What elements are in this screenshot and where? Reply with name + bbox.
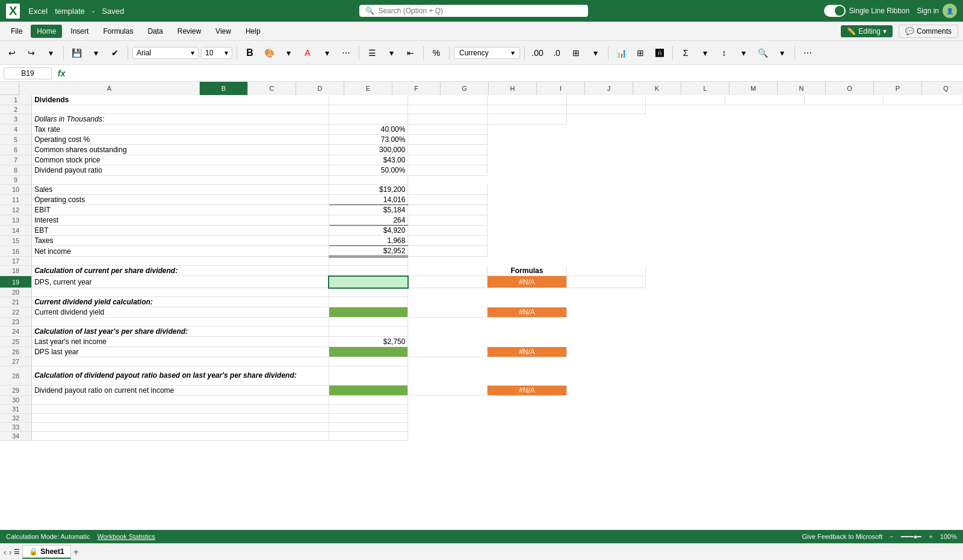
col-header-o[interactable]: O bbox=[826, 82, 874, 95]
undo-button[interactable]: ↩ bbox=[4, 45, 20, 61]
cell-b11[interactable]: 14,016 bbox=[329, 195, 408, 205]
sum-button[interactable]: Σ bbox=[677, 45, 694, 61]
col-header-p[interactable]: P bbox=[874, 82, 922, 95]
col-header-b[interactable]: B bbox=[200, 82, 248, 95]
cell-e1[interactable] bbox=[566, 95, 646, 105]
cell-c22[interactable] bbox=[408, 307, 488, 318]
sum-chevron-button[interactable]: ▾ bbox=[696, 45, 713, 61]
cell-c15[interactable] bbox=[408, 236, 488, 246]
number-chevron-button[interactable]: ▾ bbox=[587, 45, 604, 61]
search-input[interactable] bbox=[378, 7, 582, 15]
cell-b5[interactable]: 73.00% bbox=[329, 135, 408, 145]
cell-b15[interactable]: 1,968 bbox=[329, 236, 408, 246]
cell-b33[interactable] bbox=[329, 423, 408, 432]
more-format-button[interactable]: ⋯ bbox=[338, 45, 355, 61]
cell-a33[interactable] bbox=[32, 423, 329, 432]
col-header-d[interactable]: D bbox=[296, 82, 344, 95]
cell-b14[interactable]: $4,920 bbox=[329, 226, 408, 236]
cell-c18[interactable] bbox=[408, 266, 488, 276]
cell-c11[interactable] bbox=[408, 195, 488, 205]
find-button[interactable]: 🔍 bbox=[754, 45, 771, 61]
cell-c2[interactable] bbox=[408, 105, 488, 114]
cell-c13[interactable] bbox=[408, 215, 488, 226]
cell-b30[interactable] bbox=[329, 396, 408, 405]
font-select[interactable]: Arial ▾ bbox=[132, 47, 199, 59]
save-button[interactable]: 💾 bbox=[68, 45, 85, 61]
cell-h1[interactable] bbox=[804, 95, 884, 105]
menu-home[interactable]: Home bbox=[31, 25, 62, 38]
cell-b8[interactable]: 50.00% bbox=[329, 165, 408, 176]
cell-b28[interactable] bbox=[329, 366, 408, 386]
cell-c10[interactable] bbox=[408, 185, 488, 195]
col-header-a[interactable]: A bbox=[19, 82, 200, 95]
save-chevron-button[interactable]: ▾ bbox=[87, 45, 104, 61]
cell-a12[interactable]: EBIT bbox=[32, 205, 329, 215]
cell-c12[interactable] bbox=[408, 205, 488, 215]
cell-a25[interactable]: Last year's net income bbox=[32, 337, 329, 347]
ribbon-toggle[interactable]: Single Line Ribbon bbox=[824, 5, 910, 17]
wrap-button[interactable]: ⇤ bbox=[402, 45, 419, 61]
cell-a9[interactable] bbox=[32, 176, 329, 185]
cell-b24[interactable] bbox=[329, 327, 408, 337]
cell-a6[interactable]: Common shares outstanding bbox=[32, 145, 329, 155]
cell-c16[interactable] bbox=[408, 246, 488, 257]
col-header-c[interactable]: C bbox=[248, 82, 296, 95]
col-header-i[interactable]: I bbox=[537, 82, 585, 95]
cell-c4[interactable] bbox=[408, 125, 488, 135]
decimal-decrease-button[interactable]: .0 bbox=[548, 45, 565, 61]
cell-g1[interactable] bbox=[725, 95, 805, 105]
font-color-chevron-button[interactable]: ▾ bbox=[318, 45, 335, 61]
cell-a22[interactable]: Current dividend yield bbox=[32, 307, 329, 318]
cell-b18[interactable] bbox=[329, 266, 408, 276]
font-color-button[interactable]: A bbox=[299, 45, 316, 61]
cell-b6[interactable]: 300,000 bbox=[329, 145, 408, 155]
menu-formulas[interactable]: Formulas bbox=[97, 25, 139, 38]
check-button[interactable]: ✔ bbox=[107, 45, 123, 61]
menu-review[interactable]: Review bbox=[172, 25, 207, 38]
cell-d2[interactable] bbox=[488, 105, 567, 114]
cell-a13[interactable]: Interest bbox=[32, 215, 329, 226]
col-header-q[interactable]: Q bbox=[922, 82, 963, 95]
currency-select[interactable]: Currency ▾ bbox=[454, 47, 520, 59]
formula-input[interactable] bbox=[71, 68, 959, 79]
cell-c6[interactable] bbox=[408, 145, 488, 155]
menu-help[interactable]: Help bbox=[240, 25, 267, 38]
cell-b16[interactable]: $2,952 bbox=[329, 246, 408, 257]
cell-c7[interactable] bbox=[408, 155, 488, 165]
cell-d29[interactable]: #N/A bbox=[488, 386, 567, 396]
cell-a15[interactable]: Taxes bbox=[32, 236, 329, 246]
col-header-k[interactable]: K bbox=[633, 82, 681, 95]
cell-a18[interactable]: Calculation of current per share dividen… bbox=[32, 266, 329, 276]
menu-data[interactable]: Data bbox=[141, 25, 169, 38]
cell-a2[interactable] bbox=[32, 105, 329, 114]
cell-b10[interactable]: $19,200 bbox=[329, 185, 408, 195]
align-chevron-button[interactable]: ▾ bbox=[383, 45, 400, 61]
cell-name-box[interactable] bbox=[4, 67, 52, 79]
cell-a16[interactable]: Net income bbox=[32, 246, 329, 257]
cell-i1[interactable] bbox=[884, 95, 963, 105]
size-select[interactable]: 10 ▾ bbox=[201, 47, 232, 59]
cell-d26[interactable]: #N/A bbox=[488, 347, 567, 357]
sort-chevron-button[interactable]: ▾ bbox=[735, 45, 752, 61]
cell-c1[interactable] bbox=[408, 95, 488, 105]
cell-a23[interactable] bbox=[32, 318, 329, 327]
cell-a14[interactable]: EBT bbox=[32, 226, 329, 236]
align-button[interactable]: ☰ bbox=[364, 45, 380, 61]
cell-a26[interactable]: DPS last year bbox=[32, 347, 329, 357]
cell-d1[interactable] bbox=[488, 95, 567, 105]
cell-a24[interactable]: Calculation of last year's per share div… bbox=[32, 327, 329, 337]
cell-b25[interactable]: $2,750 bbox=[329, 337, 408, 347]
search-input-wrap[interactable]: 🔍 bbox=[359, 5, 588, 17]
format-button[interactable]: % bbox=[428, 45, 445, 61]
col-header-g[interactable]: G bbox=[441, 82, 489, 95]
cell-a28[interactable]: Calculation of dividend payout ratio bas… bbox=[32, 366, 329, 386]
cell-b22[interactable] bbox=[329, 307, 408, 318]
cell-e18[interactable] bbox=[566, 266, 646, 276]
col-header-h[interactable]: H bbox=[489, 82, 537, 95]
cell-c5[interactable] bbox=[408, 135, 488, 145]
cell-d22[interactable]: #N/A bbox=[488, 307, 567, 318]
cell-d18[interactable]: Formulas bbox=[488, 266, 567, 276]
find-chevron-button[interactable]: ▾ bbox=[773, 45, 790, 61]
comments-button[interactable]: 💬 Comments bbox=[899, 25, 958, 38]
menu-insert[interactable]: Insert bbox=[64, 25, 94, 38]
